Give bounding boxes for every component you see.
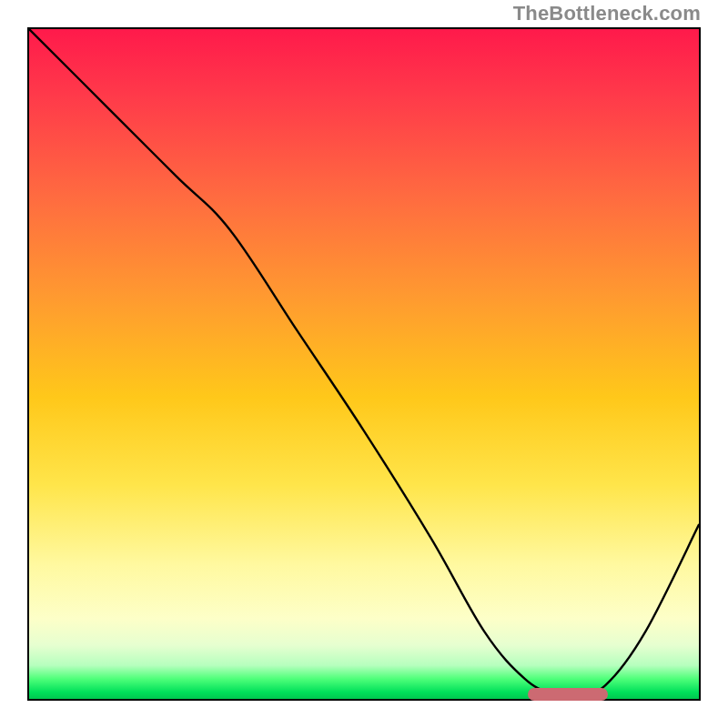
attribution-label: TheBottleneck.com (513, 2, 701, 25)
chart-stage: TheBottleneck.com (0, 0, 728, 728)
optimal-range-marker (528, 688, 609, 701)
curve-path (29, 29, 699, 693)
bottleneck-curve (29, 29, 699, 699)
plot-area (27, 27, 701, 701)
